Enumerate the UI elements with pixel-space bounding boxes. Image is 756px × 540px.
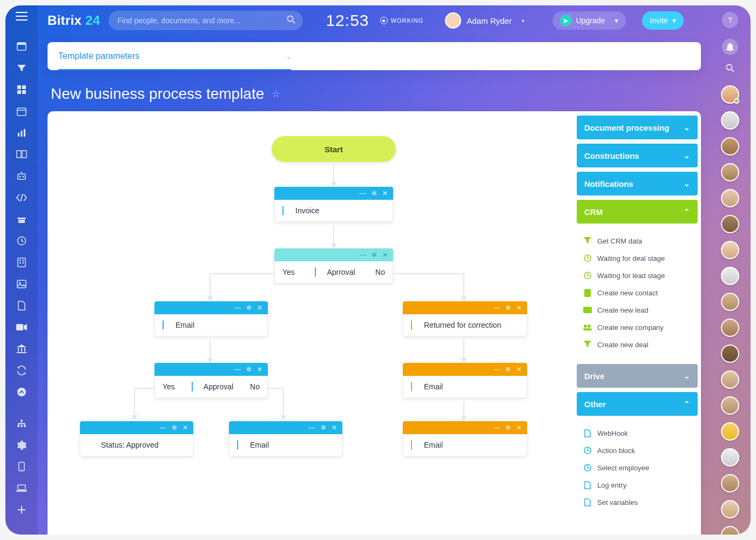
contact-avatar[interactable]: [721, 111, 739, 130]
flow-area[interactable]: Start — ✲ ✕ Invoice — ✲ ✕: [48, 111, 571, 535]
invite-button[interactable]: Invite ▾: [642, 11, 683, 30]
upgrade-button[interactable]: ➤ Upgrade ▾: [552, 11, 626, 30]
working-status[interactable]: WORKING: [380, 17, 424, 24]
close-icon[interactable]: ✕: [332, 424, 337, 431]
code-icon[interactable]: [16, 192, 27, 203]
page-icon[interactable]: [16, 300, 27, 311]
contact-avatar[interactable]: [721, 500, 739, 518]
contact-avatar[interactable]: [721, 189, 739, 207]
chart-icon[interactable]: [16, 127, 27, 138]
apps-icon[interactable]: [16, 84, 27, 95]
contact-avatar[interactable]: [721, 370, 739, 389]
close-icon[interactable]: ✕: [257, 304, 262, 312]
palette-section-drive[interactable]: Drive ⌄: [577, 364, 698, 388]
chevron-down-icon[interactable]: ⌄: [286, 53, 291, 60]
palette-section-document-processing[interactable]: Document processing ⌄: [577, 116, 698, 139]
contact-avatar[interactable]: [721, 215, 739, 233]
palette-section-notifications[interactable]: Notifications ⌄: [577, 172, 698, 195]
store-icon[interactable]: [16, 214, 27, 225]
contact-avatar[interactable]: [721, 319, 739, 337]
gear-icon[interactable]: ✲: [505, 366, 511, 373]
node-status-approved[interactable]: —✲✕ Status: Approved: [80, 421, 193, 456]
robot-icon[interactable]: [16, 171, 27, 181]
hamburger-menu[interactable]: [16, 12, 28, 21]
close-icon[interactable]: ✕: [382, 251, 388, 259]
search-input[interactable]: [117, 16, 294, 25]
palette-section-crm[interactable]: CRM ⌃: [577, 200, 698, 224]
video-icon[interactable]: [16, 322, 27, 333]
close-icon[interactable]: ✕: [183, 424, 188, 431]
contact-avatar[interactable]: [721, 448, 739, 467]
minimize-icon[interactable]: —: [494, 304, 500, 312]
node-email-left[interactable]: —✲✕ Email: [154, 301, 268, 336]
node-invoice[interactable]: — ✲ ✕ Invoice: [274, 187, 393, 222]
close-icon[interactable]: ✕: [516, 366, 522, 373]
calendar-icon[interactable]: [16, 106, 27, 117]
contact-avatar[interactable]: [721, 267, 739, 285]
gear-icon[interactable]: ✲: [505, 304, 511, 312]
close-icon[interactable]: ✕: [516, 424, 522, 431]
clock-icon[interactable]: [16, 235, 27, 246]
node-email-right-2[interactable]: —✲✕ Email: [403, 421, 527, 456]
contact-avatar[interactable]: [721, 293, 739, 311]
mobile-icon[interactable]: [16, 461, 27, 472]
gear-icon[interactable]: ✲: [246, 366, 252, 373]
contact-avatar[interactable]: [721, 474, 739, 492]
collapse-up-icon[interactable]: [16, 387, 27, 397]
book-icon[interactable]: [16, 149, 27, 160]
contact-avatar[interactable]: [721, 137, 739, 156]
gear-icon[interactable]: ✲: [246, 304, 252, 312]
palette-item[interactable]: Get CRM data: [580, 232, 694, 249]
node-returned[interactable]: —✲✕ Returned for correction: [403, 301, 527, 336]
gear-icon[interactable]: ✲: [172, 424, 177, 431]
palette-item[interactable]: Log entry: [580, 476, 694, 494]
minimize-icon[interactable]: —: [494, 366, 500, 373]
palette-item[interactable]: Create new company: [580, 319, 694, 336]
brand-logo[interactable]: Bitrix 24: [48, 13, 100, 28]
contact-avatar[interactable]: [721, 422, 739, 441]
palette-item[interactable]: Create new contact: [580, 284, 694, 301]
filter-icon[interactable]: [16, 63, 27, 73]
image-icon[interactable]: [16, 279, 27, 289]
minimize-icon[interactable]: —: [360, 251, 366, 259]
laptop-icon[interactable]: [16, 483, 27, 494]
tab-template-parameters[interactable]: Template parameters ⌄: [58, 42, 291, 70]
minimize-icon[interactable]: —: [234, 366, 241, 373]
settings-gear-icon[interactable]: [16, 440, 27, 450]
feed-icon[interactable]: [16, 41, 27, 52]
palette-item[interactable]: Waiting for lead stage: [580, 267, 694, 284]
minimize-icon[interactable]: —: [494, 424, 500, 431]
favorite-star-icon[interactable]: ☆: [272, 88, 280, 100]
node-approval-1[interactable]: — ✲ ✕ Yes Aprroval No: [274, 248, 393, 284]
chevron-down-icon[interactable]: ▾: [522, 18, 524, 24]
bank-icon[interactable]: [16, 343, 27, 354]
close-icon[interactable]: ✕: [382, 190, 388, 197]
minimize-icon[interactable]: —: [360, 190, 366, 197]
node-email-bottom-left[interactable]: —✲✕ Email: [229, 421, 342, 456]
right-search-icon[interactable]: [726, 64, 734, 75]
palette-item[interactable]: Action block: [580, 442, 694, 459]
palette-item[interactable]: Set variables: [580, 494, 694, 511]
node-approval-2[interactable]: —✲✕ Yes Approval No: [154, 363, 268, 398]
current-user[interactable]: Adam Ryder ▾: [445, 12, 524, 29]
gear-icon[interactable]: ✲: [372, 190, 377, 197]
minimize-icon[interactable]: —: [160, 424, 166, 431]
contact-avatar[interactable]: [721, 163, 739, 181]
palette-item[interactable]: Create new lead: [580, 301, 694, 319]
palette-item[interactable]: WebHook: [580, 424, 694, 442]
palette-item[interactable]: Create new deal: [580, 336, 694, 353]
close-icon[interactable]: ✕: [516, 304, 522, 312]
node-email-right-1[interactable]: —✲✕ Email: [403, 363, 527, 398]
contact-avatar[interactable]: [721, 85, 739, 104]
palette-item[interactable]: Waiting for deal stage: [580, 249, 694, 267]
contact-avatar[interactable]: [721, 526, 739, 535]
minimize-icon[interactable]: —: [309, 424, 315, 431]
palette-item[interactable]: Select employee: [580, 459, 694, 476]
search-icon[interactable]: [287, 15, 295, 26]
contact-avatar[interactable]: [721, 241, 739, 259]
palette-section-other[interactable]: Other ⌃: [577, 392, 698, 416]
building-icon[interactable]: [16, 257, 27, 268]
close-icon[interactable]: ✕: [257, 366, 262, 373]
palette-section-constructions[interactable]: Constructions ⌄: [577, 144, 698, 167]
add-item-icon[interactable]: [16, 504, 27, 515]
